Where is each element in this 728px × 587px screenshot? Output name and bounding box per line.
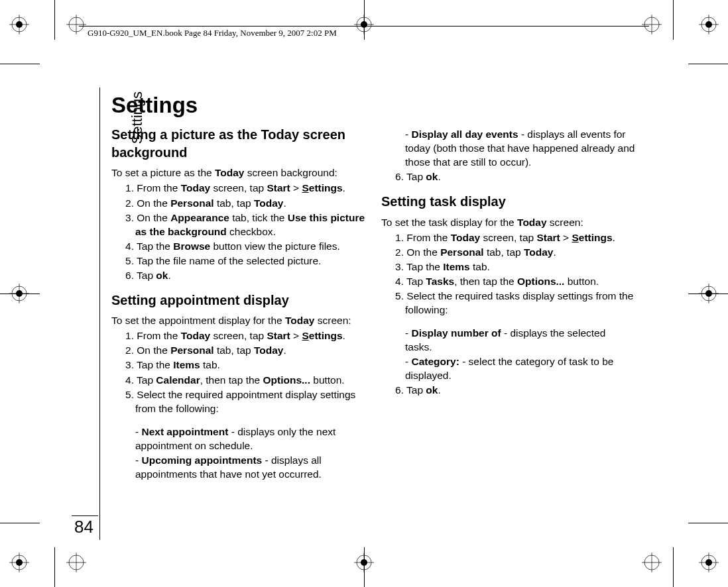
subheading: Setting task display — [381, 193, 635, 211]
option: - Display all day events - displays all … — [385, 127, 635, 169]
steps-list: 6. Tap ok. — [381, 170, 635, 184]
crop-tick — [54, 0, 55, 40]
crop-tick — [688, 294, 728, 294]
subheading: Setting appointment display — [111, 292, 365, 309]
subheading: Setting a picture as the Today screen ba… — [111, 126, 365, 162]
step: 4. Tap Tasks, then tap the Options... bu… — [385, 274, 635, 288]
step: 5. Tap the file name of the selected pic… — [115, 254, 365, 268]
step: 3. Tap the Items tab. — [115, 358, 365, 372]
crop-tick — [688, 64, 728, 64]
crop-mark-icon — [699, 553, 719, 572]
step: 6. Tap ok. — [385, 383, 635, 397]
step: 6. Tap ok. — [115, 268, 365, 282]
header-text: G910-G920_UM_EN.book Page 84 Friday, Nov… — [88, 28, 337, 38]
step: 2. On the Personal tab, tap Today. — [385, 245, 635, 259]
section-task-display: Setting task display To set the task dis… — [381, 193, 635, 397]
step: 5. Select the required tasks display set… — [385, 289, 635, 317]
option: - Upcoming appointments - displays all a… — [115, 453, 365, 481]
crop-tick — [673, 547, 674, 587]
step: 2. On the Personal tab, tap Today. — [115, 343, 365, 357]
crop-tick — [0, 294, 40, 294]
intro-text: To set the appointment display for the T… — [111, 313, 365, 327]
content-columns: Setting a picture as the Today screen ba… — [111, 126, 635, 489]
crop-tick — [688, 523, 728, 523]
page-number-rule — [72, 515, 98, 516]
step: 6. Tap ok. — [385, 170, 635, 184]
step: 3. Tap the Items tab. — [385, 260, 635, 274]
option: - Display number of - displays the selec… — [385, 326, 635, 354]
crop-register-icon — [66, 553, 86, 572]
intro-text: To set the task display for the Today sc… — [381, 215, 635, 229]
steps-list: 1. From the Today screen, tap Start > Se… — [381, 231, 635, 317]
crop-tick — [0, 523, 40, 523]
step: 1. From the Today screen, tap Start > Se… — [385, 231, 635, 244]
page-number: 84 — [74, 517, 93, 537]
steps-list: 6. Tap ok. — [381, 383, 635, 397]
column-right: - Display all day events - displays all … — [381, 126, 635, 489]
crop-register-icon — [642, 15, 662, 34]
crop-register-icon — [642, 553, 662, 572]
step: 4. Tap Calendar, then tap the Options...… — [115, 373, 365, 387]
crop-tick — [0, 64, 40, 64]
crop-tick — [54, 547, 55, 587]
step: 1. From the Today screen, tap Start > Se… — [115, 181, 365, 195]
step: 2. On the Personal tab, tap Today. — [115, 196, 365, 210]
steps-list: 1. From the Today screen, tap Start > Se… — [111, 181, 365, 282]
steps-list: 1. From the Today screen, tap Start > Se… — [111, 329, 365, 415]
page-title: Settings — [111, 93, 198, 118]
column-left: Setting a picture as the Today screen ba… — [111, 126, 365, 489]
step: 4. Tap the Browse button view the pictur… — [115, 239, 365, 253]
header-rule — [79, 26, 649, 27]
section-today-background: Setting a picture as the Today screen ba… — [111, 126, 365, 282]
option: - Next appointment - displays only the n… — [115, 425, 365, 453]
crop-tick — [364, 547, 365, 587]
step: 3. On the Appearance tab, tick the Use t… — [115, 211, 365, 239]
crop-tick — [364, 0, 365, 40]
intro-text: To set a picture as the Today screen bac… — [111, 166, 365, 180]
crop-tick — [673, 0, 674, 40]
option: - Category: - select the category of tas… — [385, 354, 635, 382]
crop-mark-icon — [699, 15, 719, 34]
vertical-rule — [99, 87, 100, 540]
step: 1. From the Today screen, tap Start > Se… — [115, 329, 365, 343]
section-appointment-display: Setting appointment display To set the a… — [111, 292, 365, 481]
step: 5. Select the required appointment displ… — [115, 388, 365, 415]
crop-mark-icon — [9, 553, 29, 572]
crop-register-icon — [66, 15, 86, 34]
crop-mark-icon — [9, 15, 29, 34]
